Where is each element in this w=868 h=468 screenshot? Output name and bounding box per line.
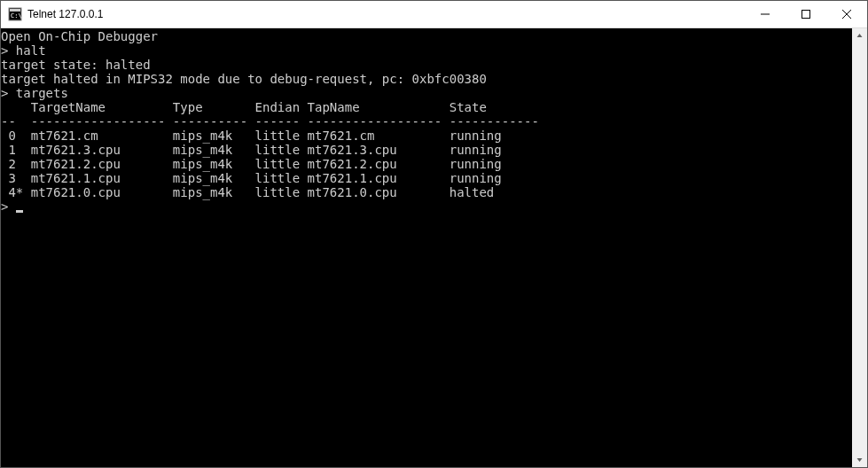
terminal-output[interactable]: Open On-Chip Debugger> halttarget state:… [1, 28, 852, 467]
terminal-line: 0 mt7621.cm mips_m4k little mt7621.cm ru… [1, 129, 852, 143]
window-titlebar: C:\ Telnet 127.0.0.1 [1, 1, 867, 28]
terminal-line: 4* mt7621.0.cpu mips_m4k little mt7621.0… [1, 185, 852, 199]
terminal-line: target state: halted [1, 58, 852, 72]
terminal-line: > halt [1, 43, 852, 58]
terminal-line: > targets [1, 86, 852, 100]
terminal-line: 2 mt7621.2.cpu mips_m4k little mt7621.2.… [1, 157, 852, 171]
window-controls [745, 1, 867, 27]
svg-marker-8 [857, 458, 863, 462]
close-button[interactable] [826, 1, 867, 27]
minimize-button[interactable] [745, 1, 786, 27]
terminal-line: 3 mt7621.1.cpu mips_m4k little mt7621.1.… [1, 171, 852, 185]
app-icon: C:\ [8, 7, 22, 21]
svg-marker-7 [857, 34, 863, 37]
window-title: Telnet 127.0.0.1 [27, 8, 745, 20]
terminal-line: > [1, 199, 852, 214]
svg-rect-4 [802, 11, 810, 19]
terminal-line: target halted in MIPS32 mode due to debu… [1, 72, 852, 86]
terminal-container: Open On-Chip Debugger> halttarget state:… [1, 28, 867, 467]
terminal-line: -- ------------------ ---------- ------ … [1, 114, 852, 129]
svg-text:C:\: C:\ [11, 12, 22, 20]
vertical-scrollbar[interactable] [852, 28, 867, 467]
scroll-up-arrow[interactable] [852, 28, 867, 43]
terminal-line: Open On-Chip Debugger [1, 29, 852, 43]
terminal-line: TargetName Type Endian TapName State [1, 100, 852, 114]
terminal-line: 1 mt7621.3.cpu mips_m4k little mt7621.3.… [1, 143, 852, 157]
scroll-down-arrow[interactable] [852, 452, 867, 467]
svg-rect-1 [10, 9, 20, 12]
maximize-button[interactable] [786, 1, 826, 27]
cursor [16, 210, 23, 213]
scroll-track[interactable] [852, 43, 867, 452]
